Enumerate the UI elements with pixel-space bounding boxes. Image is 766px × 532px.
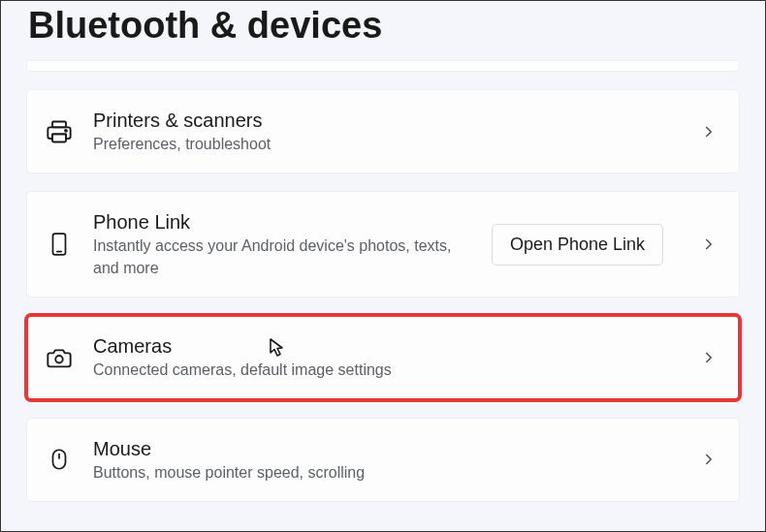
page-title: Bluetooth & devices (28, 5, 740, 47)
setting-row-subtitle: Instantly access your Android device's p… (93, 235, 472, 279)
setting-row-title: Mouse (93, 436, 681, 461)
svg-point-2 (65, 130, 67, 132)
chevron-right-icon (700, 235, 718, 253)
svg-point-5 (55, 356, 62, 362)
svg-rect-6 (53, 451, 66, 470)
setting-row-subtitle: Buttons, mouse pointer speed, scrolling (93, 462, 681, 484)
camera-icon (45, 343, 74, 372)
previous-row-edge (26, 60, 740, 72)
setting-row-printers[interactable]: Printers & scanners Preferences, trouble… (26, 89, 740, 173)
setting-row-title: Printers & scanners (93, 108, 681, 133)
setting-row-subtitle: Preferences, troubleshoot (93, 134, 681, 155)
phone-icon (45, 230, 74, 259)
setting-row-phone-link[interactable]: Phone Link Instantly access your Android… (26, 191, 740, 297)
setting-row-mouse[interactable]: Mouse Buttons, mouse pointer speed, scro… (26, 418, 740, 502)
setting-row-subtitle: Connected cameras, default image setting… (93, 360, 681, 381)
chevron-right-icon (700, 123, 718, 141)
svg-rect-1 (52, 134, 66, 141)
setting-row-title: Cameras (93, 333, 681, 359)
chevron-right-icon (700, 451, 718, 468)
chevron-right-icon (700, 349, 718, 366)
printer-icon (45, 117, 74, 146)
mouse-icon (45, 445, 74, 474)
setting-row-title: Phone Link (93, 209, 472, 235)
open-phone-link-button[interactable]: Open Phone Link (492, 224, 663, 266)
setting-row-cameras[interactable]: Cameras Connected cameras, default image… (26, 315, 740, 399)
